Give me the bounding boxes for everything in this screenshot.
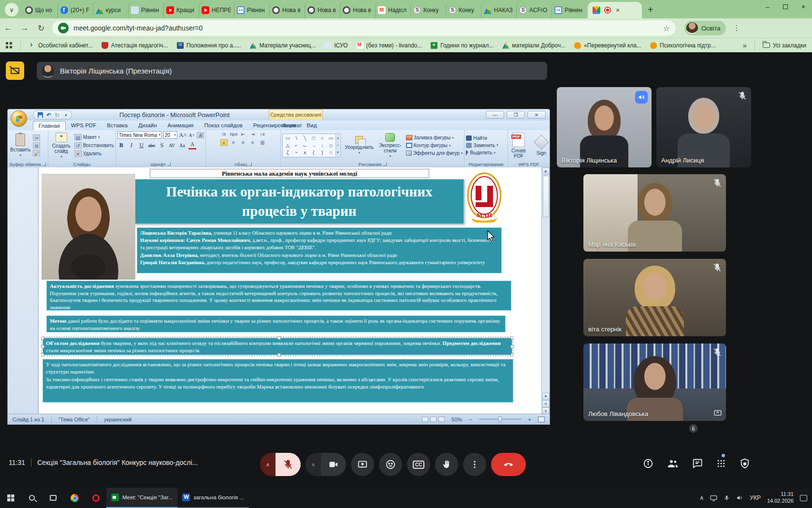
select-button[interactable]: Выделить▾ [466,150,506,156]
format-painter-icon[interactable]: 🖌 [33,150,40,156]
close-button[interactable]: × [801,3,805,11]
close-button[interactable]: ✕ [527,111,546,119]
zoom-slider[interactable] [479,418,522,420]
meeting-details-button[interactable] [643,458,653,469]
browser-tab[interactable]: Нова в [304,2,340,18]
slide-relevance-box[interactable]: Актуальність дослідження зумовлена зрост… [46,281,511,311]
profile-chip[interactable]: Освіта [684,21,726,35]
forward-icon[interactable]: → [16,23,33,33]
strikethrough-button[interactable]: abe [148,143,156,148]
camera-options-chevron-icon[interactable]: ∧ [305,453,321,476]
dialog-launcher-icon[interactable] [167,163,171,166]
italic-button[interactable]: I [128,142,135,149]
tab-search-button[interactable]: ∨ [5,3,18,16]
tray-mic-icon[interactable] [724,494,730,501]
shapes-gallery[interactable]: ▭\╲□○▭ ▲▪▼ △⌐⌙→↓◇ ζ~∧{}☆ [282,134,341,157]
browser-tab[interactable]: (20+) F [58,2,93,18]
arrange-button[interactable]: Упорядочить▾ [344,135,375,155]
participant-tile[interactable]: Вікторія Ліщинська [557,87,652,167]
reset-button[interactable]: ↺Восстановить [74,142,114,149]
increase-indent-icon[interactable]: ⇥ [249,131,257,137]
bookmark-item[interactable]: (без теми) - livando... [357,42,422,49]
slide-canvas[interactable]: Рівненська мала академія наук учнівської… [39,167,542,415]
zoom-slider-thumb[interactable] [498,417,502,422]
selection-handle[interactable] [41,353,44,357]
selection-handle[interactable] [41,345,44,348]
shape-effects-button[interactable]: Эффекты для фигур▾ [406,150,463,156]
slide-aim-box[interactable]: Метою даної роботи було дослідити та пор… [46,315,506,332]
browser-tab[interactable]: Конку [446,2,481,18]
network-icon[interactable] [710,495,717,501]
ribbon-tab[interactable]: Вставка [102,121,133,130]
shape-fill-button[interactable]: Заливка фигуры▾ [406,135,463,140]
shape-outline-button[interactable]: Контур фигуры▾ [406,143,463,148]
participant-tile[interactable]: Мар`яна Каськів [583,174,726,252]
browser-tab[interactable]: Надісл [375,2,410,18]
bookmark-star-icon[interactable]: ☆ [663,24,670,33]
bookmark-item[interactable]: «Перевернутий кла... [574,42,641,49]
scrollbar-thumb[interactable] [543,176,549,217]
browser-tab[interactable]: Рівнен [128,2,163,18]
cut-icon[interactable]: ✂ [33,134,40,141]
character-spacing-button[interactable]: AV [168,143,176,148]
browser-tab[interactable]: Що но [22,2,58,18]
redo-icon[interactable]: ↻ [55,112,59,119]
align-right-button[interactable]: ≡ [240,139,247,146]
decrease-indent-icon[interactable]: ⇤ [240,131,247,137]
change-case-button[interactable]: Aa [178,143,186,148]
people-button[interactable] [667,458,679,469]
ribbon-tab[interactable]: WPS PDF [66,121,102,130]
previous-slide-button[interactable]: « [542,400,550,407]
back-icon[interactable]: ← [0,23,16,33]
language-status[interactable]: украинский [104,417,131,422]
selection-handle[interactable] [277,353,281,357]
minimize-button[interactable]: – [766,3,769,11]
shapes-scrollbar[interactable]: ▲▪▼ [335,134,340,156]
address-bar[interactable]: meet.google.com/tyt-meau-jad?authuser=0 … [52,20,676,36]
align-center-button[interactable]: ≡ [230,139,237,146]
participant-tile[interactable]: Андрій Лисиця [656,87,751,167]
browser-tab[interactable]: курси [93,2,128,18]
font-color-button[interactable]: A [188,141,196,149]
ribbon-tab[interactable]: Анимация [162,121,199,130]
bookmark-item[interactable]: ІСУО [324,42,348,49]
browser-tab[interactable]: ACFrO [516,2,551,18]
host-controls-button[interactable] [740,458,750,469]
browser-tab[interactable]: НЕПРЕ [199,2,234,18]
scroll-down-icon[interactable]: ▼ [542,393,550,400]
slides-thumbnail-pane[interactable] [8,167,39,415]
taskbar-clock[interactable]: 11:31 14.02.2026 [767,491,794,505]
bookmarks-overflow-button[interactable]: » [743,41,747,49]
browser-menu-icon[interactable]: ⋮ [733,24,740,32]
mic-off-icon[interactable] [276,453,301,476]
browser-tab[interactable]: Конку [410,2,446,18]
columns-icon[interactable]: ▥ [259,139,266,146]
qat-customize-icon[interactable]: ▾ [65,113,67,118]
selection-handle[interactable] [277,336,281,340]
volume-icon[interactable] [736,494,743,501]
sign-button[interactable]: Sign [533,131,550,160]
browser-tab-active[interactable]: × [588,2,642,18]
ribbon-tab[interactable]: Показ слайдов [199,121,248,130]
apps-grid-icon[interactable] [6,42,13,49]
office-button[interactable] [11,110,27,127]
selection-handle[interactable] [510,345,514,348]
mic-button[interactable]: ∧ [260,453,301,476]
slide-sorter-icon[interactable] [430,417,436,422]
clear-formatting-icon[interactable]: A̸ [197,132,203,138]
browser-tab[interactable]: Нова в [269,2,304,18]
delete-slide-button[interactable]: ✕Удалить [74,150,114,157]
bullets-icon[interactable]: ⁝≡ [220,131,228,137]
participant-tile[interactable]: Любов Лівандовська [583,344,726,421]
taskbar-meet-window[interactable]: Meet: "Секція "Заг... [106,488,177,508]
close-tab-icon[interactable]: × [616,6,620,14]
slide-title[interactable]: Печінка як орган-індикатор патологічних … [134,179,464,224]
bookmark-item[interactable]: Атестація педагогіч... [102,42,168,49]
selection-handle[interactable] [510,336,514,340]
taskbar-word-window[interactable]: загальна біологія ... [177,488,249,508]
grow-font-icon[interactable]: A˄ [179,131,187,139]
maximize-button[interactable] [783,4,788,9]
start-button[interactable] [0,488,21,508]
all-bookmarks-button[interactable]: Усі закладки [763,42,806,49]
chat-button[interactable] [692,458,703,469]
